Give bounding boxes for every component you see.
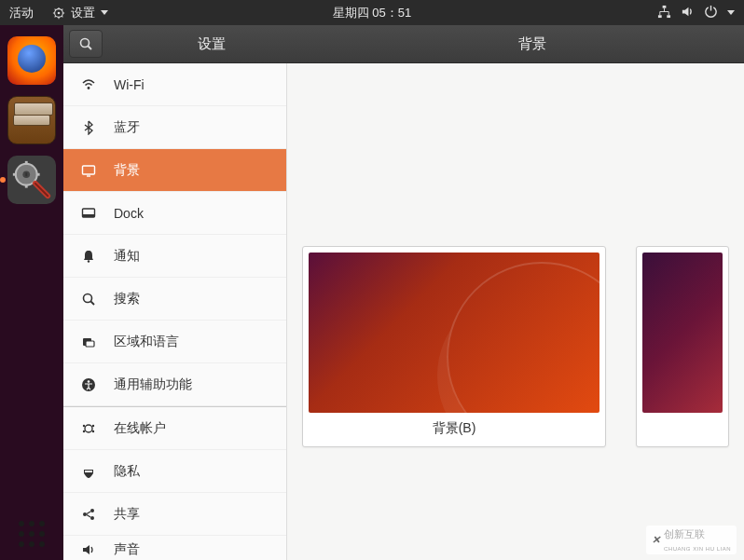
chevron-down-icon bbox=[727, 10, 735, 15]
watermark: ✕ 创新互联 CHUANG XIN HU LIAN bbox=[646, 526, 737, 554]
svg-point-37 bbox=[92, 424, 94, 426]
sound-icon bbox=[80, 542, 97, 557]
svg-point-42 bbox=[83, 512, 87, 516]
wallpaper-preview bbox=[642, 253, 723, 413]
svg-rect-32 bbox=[86, 341, 94, 347]
svg-rect-24 bbox=[83, 166, 95, 174]
headerbar-title-panel: 背景 bbox=[321, 35, 744, 53]
svg-rect-12 bbox=[663, 5, 667, 7]
privacy-icon bbox=[80, 464, 97, 479]
svg-point-34 bbox=[88, 380, 90, 383]
gnome-topbar: 活动 设置 星期四 05：51 bbox=[0, 0, 744, 25]
sidebar-item-sharing[interactable]: 共享 bbox=[63, 493, 286, 536]
show-applications-button[interactable] bbox=[0, 521, 63, 547]
bell-icon bbox=[80, 249, 97, 264]
clock-label[interactable]: 星期四 05：51 bbox=[333, 5, 412, 21]
watermark-cn: 创新互联 bbox=[664, 528, 705, 540]
search-button[interactable] bbox=[69, 30, 103, 58]
sidebar-item-label: 蓝牙 bbox=[114, 119, 140, 136]
svg-point-39 bbox=[92, 430, 94, 431]
archive-manager-launcher[interactable] bbox=[7, 96, 56, 144]
headerbar: 设置 背景 bbox=[63, 25, 744, 63]
dock-icon bbox=[80, 206, 97, 221]
svg-point-28 bbox=[88, 260, 90, 262]
activities-button[interactable]: 活动 bbox=[9, 5, 34, 21]
search-icon bbox=[80, 292, 97, 307]
svg-line-9 bbox=[62, 8, 62, 9]
gear-icon bbox=[52, 7, 65, 20]
sidebar-item-notifications[interactable]: 通知 bbox=[63, 235, 286, 278]
sidebar-item-background[interactable]: 背景 bbox=[63, 149, 286, 192]
sidebar-item-label: Wi-Fi bbox=[114, 77, 145, 92]
sidebar-item-bluetooth[interactable]: 蓝牙 bbox=[63, 106, 286, 149]
wallpaper-preview bbox=[309, 253, 599, 413]
wifi-icon bbox=[80, 77, 97, 92]
app-menu-label[interactable]: 设置 bbox=[71, 5, 95, 21]
sidebar-item-label: 通用辅助功能 bbox=[114, 376, 192, 393]
sharing-icon bbox=[80, 507, 97, 522]
volume-icon[interactable] bbox=[681, 5, 695, 21]
accessibility-icon bbox=[80, 377, 97, 392]
sidebar-item-label: 在线帐户 bbox=[114, 420, 166, 437]
watermark-py: CHUANG XIN HU LIAN bbox=[664, 546, 731, 552]
svg-point-35 bbox=[85, 425, 92, 432]
watermark-logo-icon: ✕ bbox=[652, 534, 660, 546]
svg-point-36 bbox=[83, 424, 85, 426]
svg-line-8 bbox=[55, 16, 56, 17]
power-icon[interactable] bbox=[704, 5, 718, 21]
sidebar-item-accessibility[interactable]: 通用辅助功能 bbox=[63, 363, 286, 406]
region-icon bbox=[80, 335, 97, 349]
sidebar-item-label: 区域和语言 bbox=[114, 334, 179, 350]
sidebar-item-online-accounts[interactable]: 在线帐户 bbox=[63, 407, 286, 450]
sidebar-item-sound[interactable]: 声音 bbox=[63, 536, 286, 560]
lockscreen-thumbnail[interactable] bbox=[636, 246, 729, 447]
headerbar-title-settings: 设置 bbox=[103, 35, 321, 53]
svg-point-1 bbox=[58, 11, 61, 14]
sidebar-item-dock[interactable]: Dock bbox=[63, 192, 286, 235]
sidebar-item-wifi[interactable]: Wi-Fi bbox=[63, 63, 286, 106]
svg-line-7 bbox=[62, 16, 62, 17]
background-panel: 背景(B) bbox=[287, 63, 744, 560]
svg-rect-10 bbox=[658, 15, 662, 18]
sidebar-item-region[interactable]: 区域和语言 bbox=[63, 321, 286, 363]
sidebar-item-label: Dock bbox=[114, 206, 144, 221]
svg-line-30 bbox=[91, 301, 95, 305]
firefox-launcher[interactable] bbox=[7, 36, 56, 85]
grid-icon bbox=[19, 521, 45, 547]
sidebar-item-search[interactable]: 搜索 bbox=[63, 278, 286, 321]
sidebar-item-label: 隐私 bbox=[114, 463, 140, 480]
thumbnail-label: 背景(B) bbox=[433, 420, 476, 437]
network-icon[interactable] bbox=[657, 5, 671, 21]
online-accounts-icon bbox=[80, 421, 97, 436]
svg-rect-20 bbox=[25, 172, 27, 176]
svg-line-6 bbox=[55, 8, 56, 9]
background-thumbnail[interactable]: 背景(B) bbox=[302, 246, 606, 447]
sidebar-item-label: 声音 bbox=[114, 541, 140, 558]
bluetooth-icon bbox=[80, 120, 97, 135]
background-icon bbox=[80, 163, 97, 178]
svg-point-29 bbox=[84, 294, 92, 302]
settings-sidebar: Wi-Fi 蓝牙 背景 Dock 通知 搜索 区域和语言 通用辅助功能 bbox=[63, 63, 287, 560]
svg-rect-40 bbox=[85, 471, 92, 472]
ubuntu-dock bbox=[0, 25, 63, 560]
sidebar-item-label: 搜索 bbox=[114, 291, 140, 307]
settings-window: 设置 背景 Wi-Fi 蓝牙 背景 Dock 通知 搜索 区 bbox=[63, 25, 744, 560]
chevron-down-icon bbox=[101, 10, 108, 15]
svg-point-23 bbox=[88, 87, 90, 89]
sidebar-item-label: 通知 bbox=[114, 248, 140, 265]
svg-line-22 bbox=[89, 47, 92, 50]
svg-point-21 bbox=[81, 39, 90, 48]
svg-point-38 bbox=[83, 430, 85, 431]
svg-point-43 bbox=[90, 516, 94, 520]
running-indicator bbox=[0, 177, 6, 183]
svg-rect-11 bbox=[667, 15, 670, 18]
sidebar-item-privacy[interactable]: 隐私 bbox=[63, 450, 286, 493]
svg-rect-27 bbox=[83, 214, 95, 217]
svg-point-41 bbox=[90, 509, 94, 512]
sidebar-item-label: 共享 bbox=[114, 506, 140, 523]
settings-launcher[interactable] bbox=[7, 156, 56, 204]
sidebar-item-label: 背景 bbox=[114, 162, 140, 179]
